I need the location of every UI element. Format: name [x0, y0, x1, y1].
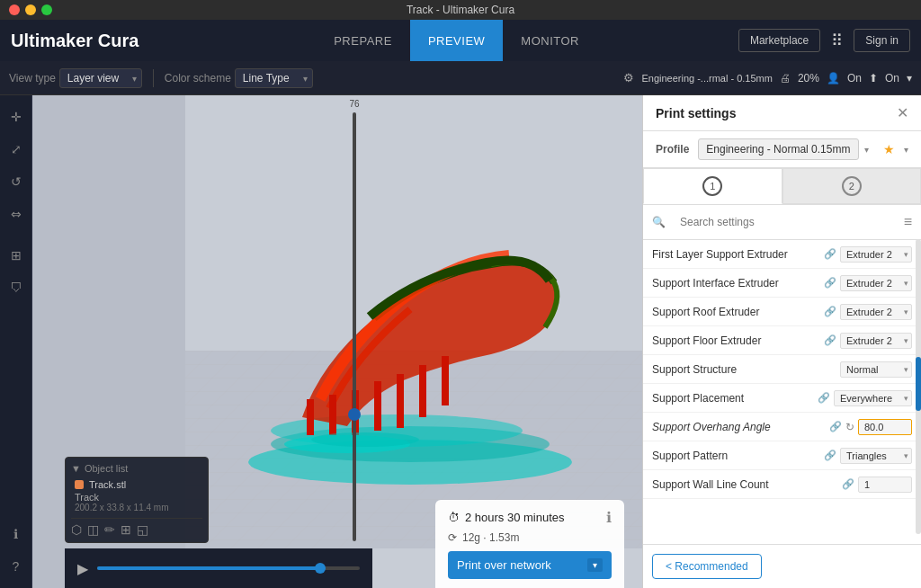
- setting-row-support-placement: Support Placement 🔗 Everywhere: [643, 384, 921, 413]
- track-model: [230, 201, 590, 489]
- search-input[interactable]: [671, 210, 899, 234]
- main-area: ✛ ⤢ ↺ ⇔ ⊞ ⛉ ℹ ?: [0, 95, 921, 588]
- scale-tool[interactable]: ⤢: [4, 137, 29, 162]
- move-tool[interactable]: ✛: [4, 104, 29, 129]
- extruder-tab-1[interactable]: 1: [643, 168, 782, 204]
- object-color-dot: [75, 480, 84, 489]
- toolbar: View type Layer view Color scheme Line T…: [0, 61, 921, 95]
- favorite-star-icon[interactable]: ★: [883, 142, 895, 156]
- marketplace-button[interactable]: Marketplace: [738, 29, 820, 52]
- object-list-item[interactable]: Track.stl: [71, 477, 202, 492]
- setting-select-7[interactable]: Triangles: [840, 448, 912, 464]
- expand-icon[interactable]: ▼: [71, 463, 81, 474]
- print-over-network-button[interactable]: Print over network ▾: [448, 551, 612, 579]
- setting-name-5: Support Placement: [652, 392, 818, 405]
- setting-row-first-layer-support: First Layer Support Extruder 🔗 Extruder …: [643, 240, 921, 269]
- layer-number: 76: [349, 99, 359, 109]
- print-info-panel: ⏱ 2 hours 30 minutes ℹ ⟳ 12g · 1.53m Pri…: [435, 500, 624, 588]
- setting-select-2[interactable]: Extruder 2: [840, 304, 912, 320]
- layer-slider-thumb[interactable]: [348, 408, 361, 421]
- tab-prepare[interactable]: PREPARE: [316, 20, 410, 61]
- toolbar-chevron-icon[interactable]: ▾: [907, 72, 912, 85]
- view-type-dropdown[interactable]: Layer view: [59, 68, 142, 88]
- object-tool-4[interactable]: ⊞: [121, 522, 131, 537]
- settings-search: 🔍 ≡: [643, 205, 921, 240]
- logo-product: Cura: [98, 31, 139, 50]
- object-tool-5[interactable]: ◱: [137, 522, 148, 537]
- profile-dropdown[interactable]: Engineering - Normal 0.15mm: [698, 138, 859, 160]
- print-weight-value: 12g · 1.53m: [462, 531, 519, 544]
- apps-icon[interactable]: ⠿: [827, 27, 846, 54]
- tab-preview[interactable]: PREVIEW: [410, 20, 503, 61]
- profile-chevron-icon[interactable]: ▾: [904, 145, 908, 155]
- spool-icon: ⟳: [448, 531, 457, 544]
- color-scheme-selector: Color scheme Line Type: [165, 68, 313, 88]
- setting-name-8: Support Wall Line Count: [652, 478, 842, 491]
- setting-select-5[interactable]: Everywhere: [834, 390, 912, 406]
- settings-scrollbar[interactable]: [916, 239, 921, 534]
- tab-monitor[interactable]: MONITOR: [503, 20, 597, 61]
- link-icon-1: 🔗: [824, 277, 836, 289]
- support-tool[interactable]: ⛉: [4, 275, 29, 300]
- progress-thumb[interactable]: [315, 563, 326, 574]
- settings-icon[interactable]: ⚙: [623, 71, 634, 85]
- toolbar-scale: 20%: [798, 72, 819, 85]
- info-tool[interactable]: ℹ: [4, 521, 29, 547]
- svg-rect-6: [329, 395, 336, 435]
- setting-value-wrap-4: Normal: [840, 361, 912, 378]
- recommended-button[interactable]: < Recommended: [652, 554, 762, 579]
- profile-dropdown-wrap: Engineering - Normal 0.15mm: [698, 138, 874, 160]
- setting-select-0[interactable]: Extruder 2: [840, 246, 912, 263]
- close-button[interactable]: [9, 4, 20, 15]
- minimize-button[interactable]: [25, 4, 36, 15]
- print-time-value: 2 hours 30 minutes: [465, 511, 565, 524]
- setting-row-support-structure: Support Structure Normal: [643, 355, 921, 384]
- toolbar-profile: Engineering -...rmal - 0.15mm: [641, 73, 773, 84]
- signin-button[interactable]: Sign in: [854, 29, 910, 52]
- setting-row-support-interface: Support Interface Extruder 🔗 Extruder 2: [643, 269, 921, 298]
- toolbar-person-icon: 👤: [827, 72, 840, 85]
- help-tool[interactable]: ?: [4, 554, 29, 579]
- svg-rect-11: [442, 356, 449, 405]
- object-tool-3[interactable]: ✏: [104, 522, 115, 537]
- menu-icon[interactable]: ≡: [904, 214, 912, 230]
- layer-slider[interactable]: 76: [345, 95, 363, 548]
- print-button-caret[interactable]: ▾: [587, 558, 603, 572]
- maximize-button[interactable]: [41, 4, 52, 15]
- refresh-icon-6[interactable]: ↻: [845, 421, 854, 433]
- mirror-tool[interactable]: ⇔: [4, 201, 29, 227]
- color-scheme-dropdown-wrap: Line Type: [235, 68, 313, 88]
- setting-select-3[interactable]: Extruder 2: [840, 333, 912, 349]
- clock-icon: ⏱: [448, 511, 460, 524]
- setting-input-8[interactable]: [858, 477, 912, 493]
- close-button[interactable]: ✕: [897, 104, 908, 121]
- link-icon-5: 🔗: [818, 392, 830, 404]
- progress-bar[interactable]: [97, 566, 360, 570]
- per-model-tool[interactable]: ⊞: [4, 243, 29, 268]
- extruder-tab-2[interactable]: 2: [782, 168, 922, 204]
- scrollbar-thumb[interactable]: [916, 357, 921, 411]
- titlebar: Track - Ultimaker Cura: [0, 0, 921, 20]
- rotate-tool[interactable]: ↺: [4, 169, 29, 194]
- profile-row: Profile Engineering - Normal 0.15mm ★ ▾: [643, 131, 921, 168]
- svg-rect-5: [307, 399, 314, 435]
- play-button[interactable]: ▶: [77, 560, 88, 577]
- print-weight-row: ⟳ 12g · 1.53m: [448, 531, 612, 544]
- setting-name-1: Support Interface Extruder: [652, 277, 824, 290]
- print-time-left: ⏱ 2 hours 30 minutes: [448, 511, 565, 524]
- setting-select-1[interactable]: Extruder 2: [840, 275, 912, 291]
- setting-input-6[interactable]: [858, 419, 912, 435]
- search-icon: 🔍: [652, 216, 666, 228]
- object-list-header: ▼ Object list: [71, 463, 202, 474]
- object-tool-2[interactable]: ◫: [87, 522, 99, 537]
- info-icon[interactable]: ℹ: [606, 509, 612, 526]
- setting-row-overhang-angle: Support Overhang Angle 🔗 ↻: [643, 413, 921, 441]
- object-tool-1[interactable]: ⬡: [71, 522, 82, 537]
- color-scheme-dropdown[interactable]: Line Type: [235, 68, 313, 88]
- setting-select-4[interactable]: Normal: [840, 361, 912, 378]
- setting-row-support-pattern: Support Pattern 🔗 Triangles: [643, 441, 921, 470]
- layer-slider-track[interactable]: [353, 112, 356, 541]
- profile-label: Profile: [656, 143, 689, 156]
- logo: Ultimaker Cura: [11, 31, 139, 51]
- viewport[interactable]: 76 ▼ Object list Track.stl Track 200.2 x…: [32, 95, 642, 588]
